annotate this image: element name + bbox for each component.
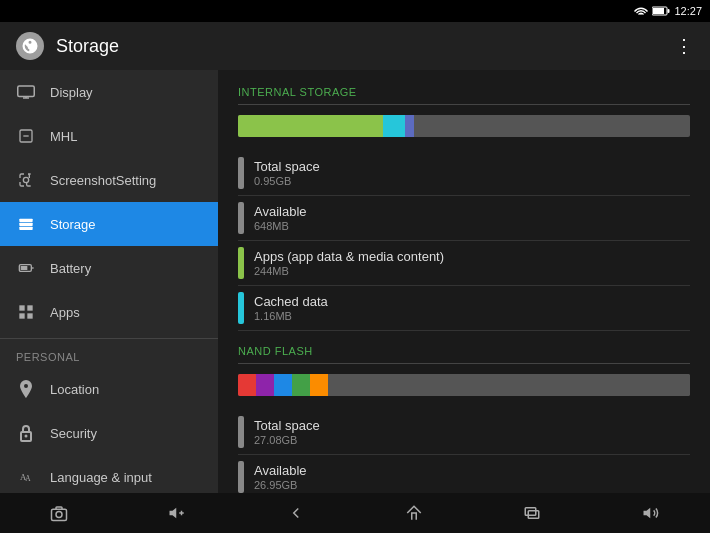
internal-bar-apps xyxy=(383,115,406,137)
sidebar: Display MHL xyxy=(0,70,218,493)
sidebar-item-language[interactable]: A A Language & input xyxy=(0,455,218,493)
security-icon xyxy=(16,423,36,443)
nand-bar-green xyxy=(292,374,310,396)
sidebar-item-location[interactable]: Location xyxy=(0,367,218,411)
sidebar-label-battery: Battery xyxy=(50,261,91,276)
storage-item-name-total: Total space xyxy=(254,159,690,174)
svg-text:A: A xyxy=(25,474,31,483)
sidebar-item-security[interactable]: Security xyxy=(0,411,218,455)
status-icons: 12:27 xyxy=(634,5,702,17)
sidebar-label-apps: Apps xyxy=(50,305,80,320)
svg-rect-17 xyxy=(19,313,24,318)
nand-flash-header: NAND FLASH xyxy=(238,345,690,357)
nand-bar-remaining xyxy=(328,374,690,396)
svg-point-20 xyxy=(25,435,28,438)
nand-item-available: Available 26.95GB xyxy=(238,455,690,493)
storage-item-color-total xyxy=(238,157,244,189)
storage-item-size-available: 648MB xyxy=(254,220,690,232)
personal-section-label: PERSONAL xyxy=(0,343,218,367)
nand-name-available: Available xyxy=(254,463,690,478)
wifi-icon xyxy=(634,5,648,17)
location-icon xyxy=(16,379,36,399)
nand-bar-orange xyxy=(310,374,328,396)
storage-item-available: Available 648MB xyxy=(238,196,690,241)
sidebar-item-display[interactable]: Display xyxy=(0,70,218,114)
internal-storage-bar xyxy=(238,115,690,137)
nav-back[interactable] xyxy=(276,493,316,533)
svg-rect-14 xyxy=(21,266,28,270)
nand-info-total: Total space 27.08GB xyxy=(254,418,690,446)
storage-item-name-apps: Apps (app data & media content) xyxy=(254,249,690,264)
toolbar: Storage ⋮ xyxy=(0,22,710,70)
internal-bar-used xyxy=(238,115,383,137)
storage-item-apps: Apps (app data & media content) 244MB xyxy=(238,241,690,286)
nav-camera[interactable] xyxy=(39,493,79,533)
storage-item-size-total: 0.95GB xyxy=(254,175,690,187)
sidebar-item-mhl[interactable]: MHL xyxy=(0,114,218,158)
storage-item-info-apps: Apps (app data & media content) 244MB xyxy=(254,249,690,277)
nand-name-total: Total space xyxy=(254,418,690,433)
screenshot-icon xyxy=(16,170,36,190)
nav-home[interactable] xyxy=(394,493,434,533)
status-bar: 12:27 xyxy=(0,0,710,22)
storage-item-name-cached: Cached data xyxy=(254,294,690,309)
storage-item-size-apps: 244MB xyxy=(254,265,690,277)
storage-item-info-available: Available 648MB xyxy=(254,204,690,232)
nand-flash-bar xyxy=(238,374,690,396)
storage-item-color-apps xyxy=(238,247,244,279)
sidebar-divider-personal xyxy=(0,338,218,339)
svg-rect-2 xyxy=(653,8,664,14)
svg-rect-1 xyxy=(668,9,670,13)
storage-item-color-available xyxy=(238,202,244,234)
storage-item-cached: Cached data 1.16MB xyxy=(238,286,690,331)
svg-rect-3 xyxy=(18,86,35,97)
nand-bar-purple xyxy=(256,374,274,396)
language-icon: A A xyxy=(16,467,36,487)
nand-item-total: Total space 27.08GB xyxy=(238,410,690,455)
toolbar-title: Storage xyxy=(56,36,663,57)
bottom-nav xyxy=(0,493,710,533)
storage-item-size-cached: 1.16MB xyxy=(254,310,690,322)
sidebar-label-screenshot: ScreenshotSetting xyxy=(50,173,156,188)
sidebar-item-screenshot[interactable]: ScreenshotSetting xyxy=(0,158,218,202)
battery-sidebar-icon xyxy=(16,258,36,278)
internal-bar-cached xyxy=(405,115,414,137)
svg-rect-11 xyxy=(19,227,32,230)
internal-storage-header: INTERNAL STORAGE xyxy=(238,86,690,98)
nand-info-available: Available 26.95GB xyxy=(254,463,690,491)
battery-icon xyxy=(652,6,670,16)
toolbar-menu-button[interactable]: ⋮ xyxy=(675,35,694,57)
nav-recents[interactable] xyxy=(512,493,552,533)
sidebar-label-security: Security xyxy=(50,426,97,441)
sidebar-label-display: Display xyxy=(50,85,93,100)
storage-item-total: Total space 0.95GB xyxy=(238,151,690,196)
content-area: Display MHL xyxy=(0,70,710,493)
svg-rect-10 xyxy=(19,223,32,226)
sidebar-item-battery[interactable]: Battery xyxy=(0,246,218,290)
storage-icon xyxy=(16,214,36,234)
nav-volume-down[interactable] xyxy=(157,493,197,533)
storage-item-color-cached xyxy=(238,292,244,324)
nand-flash-divider xyxy=(238,363,690,364)
clock: 12:27 xyxy=(674,5,702,17)
sidebar-label-storage: Storage xyxy=(50,217,96,232)
storage-settings-icon xyxy=(16,32,44,60)
nav-volume-up[interactable] xyxy=(631,493,671,533)
svg-rect-15 xyxy=(19,305,24,310)
storage-item-info-cached: Cached data 1.16MB xyxy=(254,294,690,322)
nand-size-total: 27.08GB xyxy=(254,434,690,446)
storage-item-info-total: Total space 0.95GB xyxy=(254,159,690,187)
sidebar-label-mhl: MHL xyxy=(50,129,77,144)
svg-rect-16 xyxy=(27,305,32,310)
apps-icon xyxy=(16,302,36,322)
main-content: INTERNAL STORAGE Total space 0.95GB xyxy=(218,70,710,493)
nand-color-available xyxy=(238,461,244,493)
storage-item-name-available: Available xyxy=(254,204,690,219)
sidebar-item-apps[interactable]: Apps xyxy=(0,290,218,334)
internal-storage-divider xyxy=(238,104,690,105)
svg-point-8 xyxy=(23,177,28,182)
sidebar-item-storage[interactable]: Storage xyxy=(0,202,218,246)
app-layout: Storage ⋮ Display xyxy=(0,22,710,493)
mhl-icon xyxy=(16,126,36,146)
nand-color-total xyxy=(238,416,244,448)
